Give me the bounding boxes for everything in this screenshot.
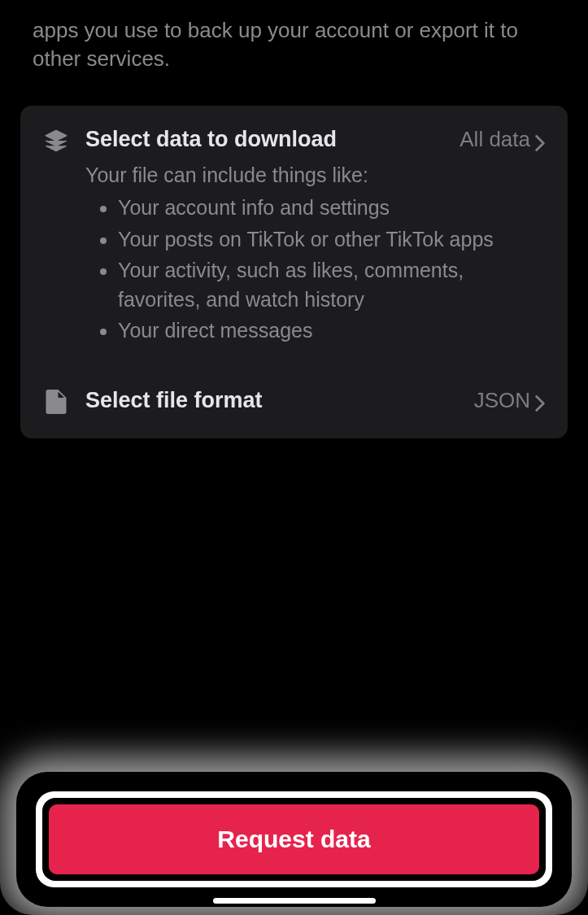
chevron-right-icon bbox=[535, 132, 545, 148]
list-item: Your activity, such as likes, comments, … bbox=[118, 255, 545, 315]
options-card: Select data to download All data Your fi… bbox=[20, 106, 568, 438]
select-data-row[interactable]: Select data to download All data Your fi… bbox=[43, 127, 545, 347]
select-data-title: Select data to download bbox=[85, 127, 337, 152]
select-data-bullets: Your account info and settingsYour posts… bbox=[85, 193, 545, 345]
list-item: Your account info and settings bbox=[118, 193, 545, 222]
list-item: Your posts on TikTok or other TikTok app… bbox=[118, 224, 545, 254]
select-format-value: JSON bbox=[474, 388, 545, 413]
button-highlight: Request data bbox=[24, 780, 564, 899]
chevron-right-icon bbox=[535, 392, 545, 408]
select-format-title: Select file format bbox=[85, 388, 263, 413]
file-icon bbox=[46, 390, 67, 417]
select-data-value: All data bbox=[460, 127, 545, 152]
list-item: Your direct messages bbox=[118, 316, 545, 345]
select-data-subtitle: Your file can include things like: bbox=[85, 160, 545, 190]
select-format-row[interactable]: Select file format JSON bbox=[43, 388, 545, 417]
request-data-button[interactable]: Request data bbox=[49, 804, 539, 874]
home-indicator[interactable] bbox=[213, 898, 376, 904]
layers-icon bbox=[44, 129, 68, 156]
intro-text: apps you use to back up your account or … bbox=[0, 0, 588, 73]
